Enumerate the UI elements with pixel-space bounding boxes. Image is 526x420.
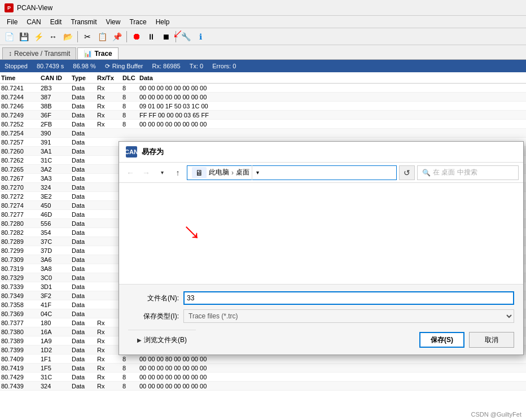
path-icon: 🖥 xyxy=(192,167,207,178)
browse-label: 浏览文件夹(B) xyxy=(144,335,187,345)
file-browser-area xyxy=(119,183,523,285)
filename-label: 文件名(N): xyxy=(128,294,179,303)
path-dropdown-button[interactable]: ▾ xyxy=(252,165,263,180)
path-desktop: 桌面 xyxy=(236,168,249,177)
filename-input[interactable] xyxy=(183,291,514,305)
address-bar: ← → ▾ ↑ 🖥 此电脑 › 桌面 ▾ ↺ 🔍 在 桌面 中搜索 xyxy=(119,163,523,183)
nav-forward-button[interactable]: → xyxy=(139,166,153,180)
dialog-icon: CAN xyxy=(126,146,137,158)
filename-row: 文件名(N): xyxy=(128,289,514,307)
filetype-label: 保存类型(I): xyxy=(128,312,179,321)
dialog-footer: ▶ 浏览文件夹(B) 保存(S) 取消 xyxy=(119,330,523,355)
save-button[interactable]: 保存(S) xyxy=(419,332,464,348)
nav-up-button[interactable]: ↑ xyxy=(171,166,185,180)
path-this-pc: 此电脑 xyxy=(209,168,229,177)
save-dialog: CAN 易存为 ← → ▾ ↑ 🖥 此电脑 › 桌面 ▾ ↺ 🔍 在 桌面 中搜… xyxy=(119,141,524,355)
path-sep: › xyxy=(231,169,234,177)
dialog-overlay: CAN 易存为 ← → ▾ ↑ 🖥 此电脑 › 桌面 ▾ ↺ 🔍 在 桌面 中搜… xyxy=(0,0,526,420)
computer-icon: 🖥 xyxy=(195,168,203,177)
nav-recent-button[interactable]: ▾ xyxy=(155,166,169,180)
dialog-title-bar: CAN 易存为 xyxy=(119,142,523,163)
address-path[interactable]: 🖥 此电脑 › 桌面 ▾ xyxy=(187,165,397,180)
filetype-select[interactable]: Trace files (*.trc) xyxy=(183,309,514,323)
cancel-button[interactable]: 取消 xyxy=(469,332,514,348)
search-placeholder: 在 桌面 中搜索 xyxy=(433,168,477,177)
dialog-form: 文件名(N): 保存类型(I): Trace files (*.trc) xyxy=(119,285,523,330)
refresh-button[interactable]: ↺ xyxy=(399,165,415,180)
browse-folder-button[interactable]: ▶ 浏览文件夹(B) xyxy=(128,330,196,350)
dialog-buttons: 保存(S) 取消 xyxy=(419,332,514,348)
search-icon: 🔍 xyxy=(422,169,431,177)
browse-chevron-icon: ▶ xyxy=(137,337,142,343)
nav-back-button[interactable]: ← xyxy=(124,166,137,180)
filetype-row: 保存类型(I): Trace files (*.trc) xyxy=(128,307,514,325)
dialog-title-text: 易存为 xyxy=(142,147,164,157)
search-box[interactable]: 🔍 在 桌面 中搜索 xyxy=(417,165,519,180)
